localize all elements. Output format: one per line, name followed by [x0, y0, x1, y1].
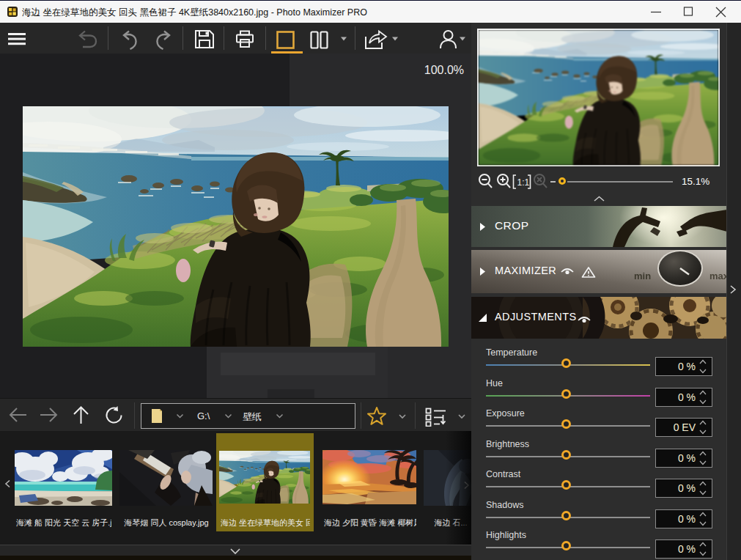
svg-text:min: min — [634, 270, 651, 281]
svg-text:1:1: 1:1 — [517, 177, 530, 188]
svg-text:max: max — [709, 270, 727, 281]
